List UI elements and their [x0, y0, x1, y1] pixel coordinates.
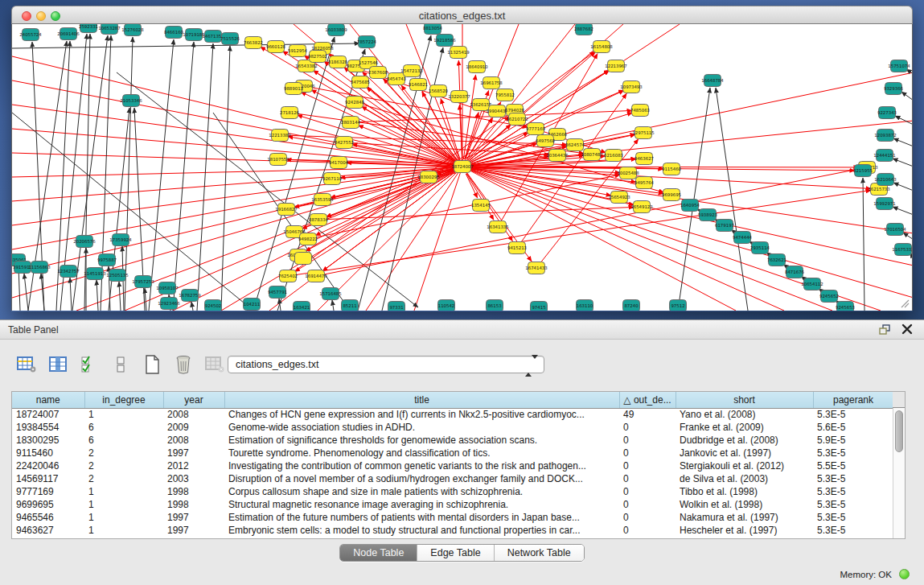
graph-node[interactable]: 18640910: [466, 61, 488, 73]
graph-node[interactable]: 86153: [487, 300, 503, 311]
graph-node[interactable]: 15716485: [319, 288, 341, 300]
graph-node[interactable]: 20691406: [57, 28, 80, 40]
graph-node[interactable]: 9415213: [507, 242, 527, 254]
graph-node[interactable]: 7857224: [357, 36, 377, 48]
graph-node[interactable]: 7663822: [244, 37, 263, 49]
delete-table-icon[interactable]: [204, 354, 225, 375]
table-row[interactable]: 946362711997Embryonic stem cells: a mode…: [12, 524, 893, 537]
graph-node[interactable]: 9457791: [268, 286, 287, 299]
graph-node[interactable]: 97415: [531, 302, 548, 311]
table-row[interactable]: 946554611997Estimation of the future num…: [12, 511, 893, 524]
graph-node[interactable]: 1354145: [471, 200, 491, 212]
graph-node[interactable]: 10654112: [801, 278, 823, 290]
resize-grip-icon[interactable]: [900, 299, 910, 308]
graph-node[interactable]: 9242848: [345, 97, 365, 109]
graph-node[interactable]: 3475685: [351, 76, 370, 89]
graph-node[interactable]: 16154808: [590, 41, 613, 53]
graph-node[interactable]: 15654923: [608, 192, 630, 204]
graph-node[interactable]: 110542: [438, 300, 455, 311]
select-columns-icon[interactable]: [79, 354, 100, 375]
graph-node[interactable]: 9463627: [634, 153, 654, 165]
column-header-short[interactable]: short: [676, 392, 813, 408]
table-settings-icon[interactable]: [16, 354, 37, 375]
graph-node[interactable]: 2887682: [574, 24, 593, 35]
graph-node[interactable]: 17359924: [109, 234, 132, 246]
graph-node[interactable]: 24055724: [19, 29, 42, 41]
graph-node[interactable]: 16341335: [487, 221, 508, 233]
column-chooser-icon[interactable]: [47, 354, 68, 375]
table-row[interactable]: 1872400712008Changes of HCN gene express…: [12, 408, 893, 421]
graph-node[interactable]: 17016504: [884, 224, 906, 236]
graph-node[interactable]: 11675333: [892, 244, 913, 256]
graph-node[interactable]: 85211: [342, 300, 359, 311]
table-row[interactable]: 969969511998Structural magnetic resonanc…: [12, 498, 893, 511]
graph-node[interactable]: 9699695: [662, 189, 681, 201]
graph-node[interactable]: 16648784: [701, 75, 724, 87]
table-row[interactable]: 1456911722003Disruption of a novel membe…: [12, 472, 893, 485]
graph-node[interactable]: 5912954: [288, 45, 308, 57]
vertical-scrollbar[interactable]: [893, 408, 905, 538]
graph-node[interactable]: 16549123: [630, 201, 652, 213]
graph-node[interactable]: 11451913: [84, 268, 105, 280]
column-header-in_degree[interactable]: in_degree: [84, 392, 163, 408]
graph-node[interactable]: 16353594: [311, 194, 334, 206]
graph-node[interactable]: 15472133: [400, 65, 422, 77]
graph-node[interactable]: 97512: [670, 300, 687, 311]
graph-node[interactable]: 2367608: [368, 67, 388, 79]
graph-node[interactable]: 9975887: [97, 254, 117, 266]
column-header-out_de[interactable]: △ out_de...: [619, 392, 676, 408]
graph-node[interactable]: 16782759: [179, 290, 201, 302]
graph-node[interactable]: 16914479: [305, 270, 327, 282]
graph-node[interactable]: 9267110: [322, 173, 343, 185]
graph-node[interactable]: 20206576: [73, 236, 96, 248]
graph-node[interactable]: 9329366: [884, 83, 904, 95]
graph-node[interactable]: 16033809: [325, 24, 347, 36]
graph-node[interactable]: 104211: [244, 299, 261, 311]
graph-node[interactable]: 2803144: [341, 117, 361, 129]
graph-node[interactable]: 12923466: [158, 298, 180, 310]
network-canvas[interactable]: 1872400711325419186409101696175879558121…: [11, 24, 913, 311]
graph-node[interactable]: 9245653: [836, 302, 855, 311]
graph-node[interactable]: 18300295: [417, 171, 439, 183]
graph-node[interactable]: 12975115: [632, 127, 654, 139]
graph-node[interactable]: 12093872: [874, 130, 896, 142]
graph-node[interactable]: 87240: [623, 300, 640, 311]
graph-node[interactable]: 12505135: [106, 270, 128, 282]
window-titlebar[interactable]: citations_edges.txt: [11, 6, 913, 24]
column-header-name[interactable]: name: [12, 392, 84, 408]
graph-node[interactable]: 11325419: [447, 47, 470, 59]
graph-node[interactable]: 5938923: [698, 209, 717, 221]
table-row[interactable]: 1830029562008Estimation of significance …: [12, 434, 893, 447]
graph-node[interactable]: 97331: [388, 302, 405, 311]
graph-node[interactable]: 9889013: [284, 83, 303, 95]
graph-node[interactable]: 16961758: [480, 77, 503, 89]
tab-edge-table[interactable]: Edge Table: [417, 545, 494, 561]
graph-node[interactable]: 18107553: [267, 154, 289, 166]
column-header-title[interactable]: title: [224, 392, 619, 408]
table-select-dropdown[interactable]: citations_edges.txt: [228, 356, 544, 373]
table-row[interactable]: 977716911998Corpus callosum shape and si…: [12, 485, 893, 498]
graph-node[interactable]: 16210722: [506, 113, 528, 126]
graph-node[interactable]: 9495764: [634, 177, 655, 189]
graph-node[interactable]: 8813054: [423, 24, 443, 35]
graph-node[interactable]: 16210643: [874, 174, 896, 186]
graph-node[interactable]: 16741433: [525, 262, 547, 274]
graph-node[interactable]: 6216083: [604, 150, 623, 162]
graph-node[interactable]: 18724007: [451, 161, 473, 173]
graph-node[interactable]: 12444151: [873, 150, 895, 162]
row-height-icon[interactable]: [110, 354, 131, 375]
delete-attributes-icon[interactable]: [173, 354, 194, 375]
table-panel-header[interactable]: Table Panel: [0, 320, 924, 340]
graph-node[interactable]: 8186328: [328, 56, 348, 68]
graph-node[interactable]: [295, 253, 312, 265]
graph-node[interactable]: 15992971: [873, 198, 895, 210]
table-row[interactable]: 1938455462009Genome-wide association stu…: [12, 421, 893, 434]
graph-node[interactable]: 12213383: [269, 130, 290, 142]
graph-node[interactable]: 7625402: [278, 270, 298, 282]
graph-node[interactable]: 2935114: [750, 242, 770, 254]
close-panel-icon[interactable]: [901, 323, 913, 335]
graph-node[interactable]: 8215955: [853, 165, 873, 177]
graph-node[interactable]: 7515526: [220, 33, 240, 45]
graph-node[interactable]: 19166827: [275, 204, 297, 216]
graph-node[interactable]: 12213967: [605, 60, 626, 72]
